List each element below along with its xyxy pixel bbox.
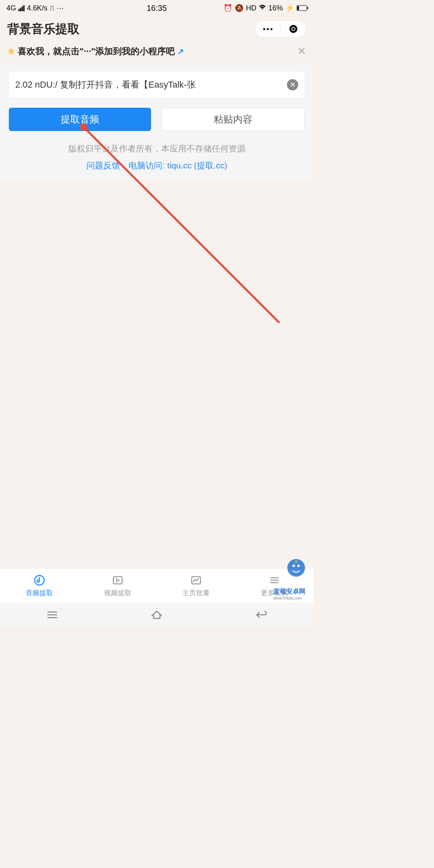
watermark-url: www.lmkjst.com xyxy=(273,596,305,600)
tab-batch[interactable]: 主页批量 xyxy=(157,569,235,603)
menu-dots-icon xyxy=(263,28,272,30)
copyright-text: 版权归平台及作者所有，本应用不存储任何资源 xyxy=(9,143,305,154)
status-left: 4G 4.6K/s ⎍ ⋯ xyxy=(6,4,64,12)
extract-audio-button[interactable]: 提取音频 xyxy=(9,108,151,131)
battery-icon xyxy=(297,5,307,11)
banner-close-button[interactable]: ✕ xyxy=(297,45,306,57)
capsule-close-button[interactable] xyxy=(281,20,306,37)
audio-icon xyxy=(33,574,46,587)
tab-label: 视频提取 xyxy=(104,588,131,598)
tab-label: 音频提取 xyxy=(26,588,53,598)
svg-rect-2 xyxy=(113,577,122,584)
sys-recent-button[interactable] xyxy=(0,603,104,627)
capsule-menu-button[interactable] xyxy=(255,20,280,37)
url-input-text: 2.02 nDU:/ 复制打开抖音，看看【EasyTalk-张 xyxy=(15,79,287,91)
alarm-icon: ⏰ xyxy=(223,4,232,12)
close-icon: ✕ xyxy=(290,80,296,89)
system-nav-bar xyxy=(0,603,313,627)
banner-content: ★ 喜欢我，就点击"···"添加到我的小程序吧 ↗ xyxy=(7,45,184,57)
svg-point-12 xyxy=(297,565,300,567)
network-speed: 4.6K/s xyxy=(27,4,47,12)
page-title: 背景音乐提取 xyxy=(7,21,80,37)
wifi-icon xyxy=(259,4,266,12)
feedback-link[interactable]: 问题反馈 xyxy=(86,161,120,170)
close-target-icon xyxy=(289,25,297,33)
watermark-logo xyxy=(287,559,305,579)
miniprogram-capsule xyxy=(255,20,306,38)
hd-indicator: HD xyxy=(246,4,256,12)
battery-pct: 16% xyxy=(268,4,283,12)
charge-icon: ⚡ xyxy=(285,4,294,12)
links-row: 问题反馈 电脑访问: tiqu.cc (提取.cc) xyxy=(9,160,305,171)
mute-icon: 🔕 xyxy=(235,4,244,12)
paste-content-button[interactable]: 粘贴内容 xyxy=(162,108,305,131)
action-buttons: 提取音频 粘贴内容 xyxy=(9,108,305,131)
star-icon: ★ xyxy=(7,46,15,57)
svg-point-13 xyxy=(295,560,297,563)
tab-audio-extract[interactable]: 音频提取 xyxy=(0,569,78,603)
url-input-box[interactable]: 2.02 nDU:/ 复制打开抖音，看看【EasyTalk-张 ✕ xyxy=(9,72,305,98)
clear-input-button[interactable]: ✕ xyxy=(287,79,298,90)
batch-icon xyxy=(190,574,203,587)
banner-text: 喜欢我，就点击"···"添加到我的小程序吧 xyxy=(18,45,175,57)
watermark-text: 蓝莓安卓网 www.lmkjst.com xyxy=(273,588,305,600)
status-time: 16:35 xyxy=(147,4,167,13)
tab-label: 主页批量 xyxy=(182,588,210,598)
video-icon xyxy=(111,574,124,587)
more-dots-icon: ⋯ xyxy=(57,4,64,12)
tab-video-extract[interactable]: 视频提取 xyxy=(78,569,157,603)
more-icon xyxy=(268,574,281,587)
trend-arrow-icon: ↗ xyxy=(177,47,184,56)
bottom-tab-bar: 音频提取 视频提取 主页批量 更多工具 xyxy=(0,568,313,603)
sys-home-button[interactable] xyxy=(104,603,209,627)
network-type: 4G xyxy=(6,4,16,12)
pc-access-link[interactable]: 电脑访问: tiqu.cc (提取.cc) xyxy=(129,161,227,170)
signal-icon xyxy=(18,5,25,11)
watermark-brand: 蓝莓安卓网 xyxy=(273,588,305,595)
favorite-banner: ★ 喜欢我，就点击"···"添加到我的小程序吧 ↗ ✕ xyxy=(0,42,313,63)
status-right: ⏰ 🔕 HD 16% ⚡ xyxy=(223,4,307,12)
app-header: 背景音乐提取 xyxy=(0,16,313,42)
svg-point-11 xyxy=(293,565,295,567)
main-content: 2.02 nDU:/ 复制打开抖音，看看【EasyTalk-张 ✕ 提取音频 粘… xyxy=(0,63,313,180)
usb-icon: ⎍ xyxy=(50,4,54,12)
status-bar: 4G 4.6K/s ⎍ ⋯ 16:35 ⏰ 🔕 HD 16% ⚡ xyxy=(0,0,313,16)
sys-back-button[interactable] xyxy=(209,603,313,627)
